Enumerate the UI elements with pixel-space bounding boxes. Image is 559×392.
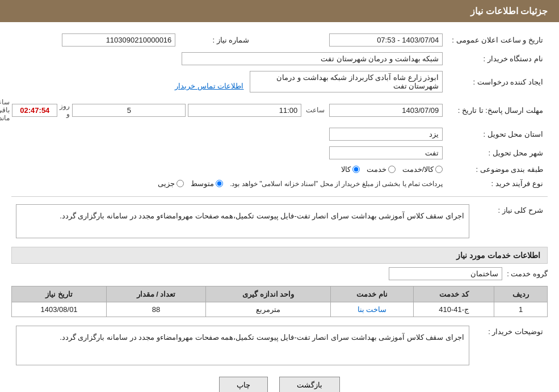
col-header-name: نام خدمت bbox=[331, 286, 414, 302]
page-title: جزئیات اطلاعات نیاز bbox=[470, 6, 548, 16]
service-group-row: گروه خدمت : ساختمان bbox=[11, 267, 548, 280]
description-table: شرح کلی نیاز : اجرای سقف کلاس آموزشی بهد… bbox=[11, 201, 548, 241]
col-header-date: تاریخ نیاز bbox=[12, 286, 107, 302]
table-row: 1 ج-41-410 ساخت بنا مترمربع 88 1403/08/0… bbox=[12, 302, 548, 317]
col-header-unit: واحد اندازه گیری bbox=[205, 286, 330, 302]
table-row: نام دستگاه خریدار : شبکه بهداشت و درمان … bbox=[0, 49, 548, 68]
purchase-type-radio-group: پرداخت تمام یا بخشی از مبلغ خریدار از مح… bbox=[0, 179, 443, 188]
city-value: تفت bbox=[329, 146, 443, 159]
category-radio-khedmat[interactable] bbox=[388, 166, 396, 173]
table-row: استان محل تحویل : یزد bbox=[0, 125, 548, 144]
purchase-type-label: نوع فرآیند خرید : bbox=[447, 176, 548, 191]
purchase-type-radio-jozi[interactable] bbox=[176, 180, 184, 187]
category-label: طبقه بندی موضوعی : bbox=[447, 162, 548, 176]
cell-name: ساخت بنا bbox=[331, 302, 414, 317]
button-row: بازگشت چاپ bbox=[11, 377, 548, 392]
description-value: اجرای سقف کلاس آموزشی بهداشت سرای انصار … bbox=[16, 204, 469, 238]
category-label-kala-khedmat: کالا/خدمت bbox=[402, 165, 434, 174]
purchase-type-radio-motawaset[interactable] bbox=[216, 180, 223, 187]
cell-unit: مترمربع bbox=[205, 302, 330, 317]
buyer-org-label: نام دستگاه خریدار : bbox=[447, 49, 548, 68]
purchase-type-option-motawaset[interactable]: متوسط bbox=[191, 179, 223, 188]
category-radio-kala-khedmat[interactable] bbox=[435, 166, 443, 173]
service-group-label: گروه خدمت : bbox=[507, 269, 548, 278]
service-group-value: ساختمان bbox=[389, 267, 502, 280]
requester-value: ابوذر زارع شاه آبادی کاربرداز شبکه بهداش… bbox=[250, 71, 443, 92]
services-table: ردیف کد خدمت نام خدمت واحد اندازه گیری ت… bbox=[11, 286, 548, 317]
table-row: طبقه بندی موضوعی : کالا/خدمت خدمت bbox=[0, 162, 548, 176]
category-radio-kala[interactable] bbox=[352, 166, 360, 173]
need-number-value: 1103090210000016 bbox=[62, 33, 175, 47]
category-option-khedmat[interactable]: خدمت bbox=[367, 165, 396, 174]
category-option-kala-khedmat[interactable]: کالا/خدمت bbox=[402, 165, 443, 174]
main-container: جزئیات اطلاعات نیاز تاریخ و ساعت اعلان ع… bbox=[0, 0, 559, 392]
timer-value: 02:47:54 bbox=[12, 104, 57, 117]
purchase-type-option-jozi[interactable]: جزیی bbox=[158, 179, 184, 188]
page-content: تاریخ و ساعت اعلان عمومی : 1403/07/04 - … bbox=[0, 22, 559, 392]
col-header-code: کد خدمت bbox=[414, 286, 494, 302]
purchase-type-label-jozi: جزیی bbox=[158, 179, 175, 188]
purchase-type-label-motawaset: متوسط bbox=[191, 179, 214, 188]
deadline-label: مهلت ارسال پاسخ: تا تاریخ : bbox=[447, 95, 548, 125]
description-label: شرح کلی نیاز : bbox=[474, 201, 548, 241]
buyer-notes-value: اجرای سقف کلاس آموزشی بهداشت سرای انصار … bbox=[16, 326, 469, 365]
category-option-kala[interactable]: کالا bbox=[341, 165, 360, 174]
cell-date: 1403/08/01 bbox=[12, 302, 107, 317]
deadline-row: 1403/07/09 ساعت 11:00 5 روز و 02:47:54 س… bbox=[0, 98, 443, 122]
category-label-kala: کالا bbox=[341, 165, 351, 174]
buyer-org-value: شبکه بهداشت و درمان شهرستان تفت bbox=[182, 52, 443, 65]
requester-label: ایجاد کننده درخواست : bbox=[447, 68, 548, 95]
deadline-days: 5 bbox=[72, 104, 186, 117]
remaining-label: ساعت باقی مانده bbox=[0, 98, 10, 122]
province-value: یزد bbox=[329, 128, 443, 141]
print-button[interactable]: چاپ bbox=[219, 377, 268, 392]
cell-row: 1 bbox=[494, 302, 548, 317]
table-row: شهر محل تحویل : تفت bbox=[0, 144, 548, 162]
province-label: استان محل تحویل : bbox=[447, 125, 548, 144]
table-row: ایجاد کننده درخواست : ابوذر زارع شاه آبا… bbox=[0, 68, 548, 95]
cell-code: ج-41-410 bbox=[414, 302, 494, 317]
table-header-row: ردیف کد خدمت نام خدمت واحد اندازه گیری ت… bbox=[12, 286, 548, 302]
category-label-khedmat: خدمت bbox=[367, 165, 386, 174]
divider-1 bbox=[11, 196, 548, 197]
announce-date-label: تاریخ و ساعت اعلان عمومی : bbox=[447, 31, 548, 49]
announce-date-value: 1403/07/04 - 07:53 bbox=[329, 33, 443, 47]
table-row: مهلت ارسال پاسخ: تا تاریخ : 1403/07/09 س… bbox=[0, 95, 548, 125]
services-section: ردیف کد خدمت نام خدمت واحد اندازه گیری ت… bbox=[11, 286, 548, 317]
need-number-label: شماره نیاز : bbox=[180, 31, 254, 49]
table-row: نوع فرآیند خرید : پرداخت تمام یا بخشی از… bbox=[0, 176, 548, 191]
table-row: تاریخ و ساعت اعلان عمومی : 1403/07/04 - … bbox=[0, 31, 548, 49]
time-label: ساعت bbox=[306, 106, 325, 114]
deadline-date: 1403/07/09 bbox=[329, 104, 443, 117]
table-row: توضیحات خریدار : اجرای سقف کلاس آموزشی ب… bbox=[11, 323, 548, 368]
services-section-title: اطلاعات خدمات مورد نیاز bbox=[11, 247, 548, 264]
buyer-notes-table: توضیحات خریدار : اجرای سقف کلاس آموزشی ب… bbox=[11, 323, 548, 368]
services-table-body: 1 ج-41-410 ساخت بنا مترمربع 88 1403/08/0… bbox=[12, 302, 548, 317]
deadline-time: 11:00 bbox=[188, 104, 301, 117]
buyer-notes-label: توضیحات خریدار : bbox=[474, 323, 548, 368]
category-radio-group: کالا/خدمت خدمت کالا bbox=[0, 165, 443, 174]
services-table-head: ردیف کد خدمت نام خدمت واحد اندازه گیری ت… bbox=[12, 286, 548, 302]
cell-quantity: 88 bbox=[107, 302, 206, 317]
back-button[interactable]: بازگشت bbox=[279, 377, 340, 392]
col-header-row: ردیف bbox=[494, 286, 548, 302]
purchase-type-note: پرداخت تمام یا بخشی از مبلغ خریدار از مح… bbox=[230, 180, 443, 188]
info-table: تاریخ و ساعت اعلان عمومی : 1403/07/04 - … bbox=[0, 31, 548, 191]
table-row: شرح کلی نیاز : اجرای سقف کلاس آموزشی بهد… bbox=[11, 201, 548, 241]
col-header-qty: تعداد / مقدار bbox=[107, 286, 206, 302]
days-label: روز و bbox=[60, 102, 70, 118]
page-header: جزئیات اطلاعات نیاز bbox=[0, 0, 559, 22]
contact-link[interactable]: اطلاعات تماس خریدار bbox=[175, 82, 243, 90]
city-label: شهر محل تحویل : bbox=[447, 144, 548, 162]
